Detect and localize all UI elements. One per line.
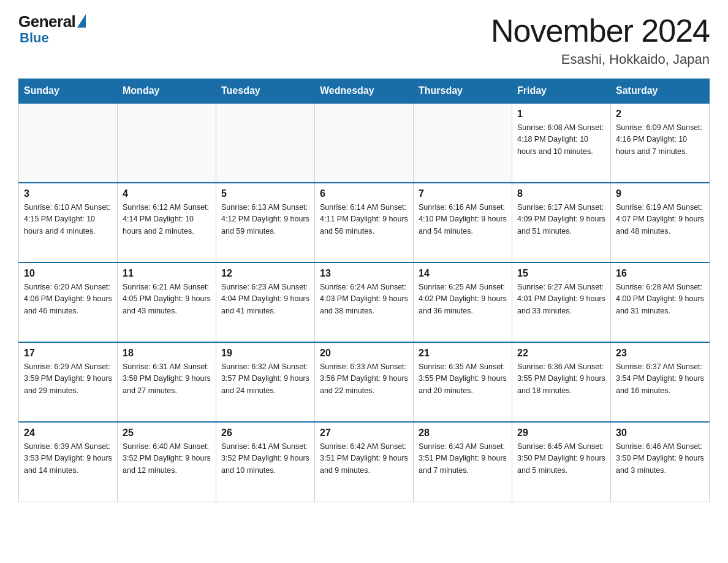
calendar-cell: 24Sunrise: 6:39 AM Sunset: 3:53 PM Dayli… <box>19 422 118 502</box>
calendar-cell: 17Sunrise: 6:29 AM Sunset: 3:59 PM Dayli… <box>19 342 118 422</box>
day-info: Sunrise: 6:12 AM Sunset: 4:14 PM Dayligh… <box>123 202 211 237</box>
day-number: 1 <box>517 109 605 120</box>
day-info: Sunrise: 6:27 AM Sunset: 4:01 PM Dayligh… <box>517 282 605 317</box>
calendar-cell: 26Sunrise: 6:41 AM Sunset: 3:52 PM Dayli… <box>216 422 315 502</box>
day-info: Sunrise: 6:45 AM Sunset: 3:50 PM Dayligh… <box>517 441 605 477</box>
calendar-cell: 21Sunrise: 6:35 AM Sunset: 3:55 PM Dayli… <box>414 342 512 422</box>
calendar-cell: 8Sunrise: 6:17 AM Sunset: 4:09 PM Daylig… <box>512 183 611 262</box>
day-info: Sunrise: 6:20 AM Sunset: 4:06 PM Dayligh… <box>24 282 112 317</box>
day-info: Sunrise: 6:13 AM Sunset: 4:12 PM Dayligh… <box>221 202 309 237</box>
day-number: 5 <box>221 188 309 199</box>
day-of-week-header: Wednesday <box>315 79 414 104</box>
calendar-cell: 6Sunrise: 6:14 AM Sunset: 4:11 PM Daylig… <box>315 183 414 262</box>
logo: General Blue <box>18 12 86 46</box>
calendar-cell: 23Sunrise: 6:37 AM Sunset: 3:54 PM Dayli… <box>611 342 710 422</box>
logo-blue-text: Blue <box>20 30 49 46</box>
calendar-cell <box>19 103 118 183</box>
calendar-cell <box>315 103 414 183</box>
calendar-cell: 14Sunrise: 6:25 AM Sunset: 4:02 PM Dayli… <box>414 262 512 342</box>
day-info: Sunrise: 6:36 AM Sunset: 3:55 PM Dayligh… <box>517 361 605 397</box>
day-info: Sunrise: 6:21 AM Sunset: 4:05 PM Dayligh… <box>123 282 211 317</box>
calendar-cell: 3Sunrise: 6:10 AM Sunset: 4:15 PM Daylig… <box>19 183 118 262</box>
day-info: Sunrise: 6:17 AM Sunset: 4:09 PM Dayligh… <box>517 202 605 237</box>
calendar-cell: 4Sunrise: 6:12 AM Sunset: 4:14 PM Daylig… <box>118 183 216 262</box>
day-of-week-header: Thursday <box>414 79 512 104</box>
calendar-cell: 15Sunrise: 6:27 AM Sunset: 4:01 PM Dayli… <box>512 262 611 342</box>
calendar-cell: 22Sunrise: 6:36 AM Sunset: 3:55 PM Dayli… <box>512 342 611 422</box>
day-of-week-header: Friday <box>512 79 611 104</box>
page-header: General Blue November 2024 Esashi, Hokka… <box>18 12 710 67</box>
day-number: 14 <box>419 268 507 279</box>
calendar-cell: 29Sunrise: 6:45 AM Sunset: 3:50 PM Dayli… <box>512 422 611 502</box>
day-info: Sunrise: 6:42 AM Sunset: 3:51 PM Dayligh… <box>320 441 408 477</box>
calendar-header-row: SundayMondayTuesdayWednesdayThursdayFrid… <box>19 79 710 104</box>
day-number: 26 <box>221 427 309 439</box>
day-number: 12 <box>221 268 309 279</box>
calendar-cell: 1Sunrise: 6:08 AM Sunset: 4:18 PM Daylig… <box>512 103 611 183</box>
day-info: Sunrise: 6:08 AM Sunset: 4:18 PM Dayligh… <box>517 122 605 158</box>
day-number: 27 <box>320 427 408 439</box>
calendar-cell: 16Sunrise: 6:28 AM Sunset: 4:00 PM Dayli… <box>611 262 710 342</box>
day-info: Sunrise: 6:35 AM Sunset: 3:55 PM Dayligh… <box>419 361 507 397</box>
day-info: Sunrise: 6:32 AM Sunset: 3:57 PM Dayligh… <box>221 361 309 397</box>
day-of-week-header: Tuesday <box>216 79 315 104</box>
day-number: 3 <box>24 188 112 199</box>
day-info: Sunrise: 6:19 AM Sunset: 4:07 PM Dayligh… <box>616 202 704 237</box>
day-of-week-header: Sunday <box>19 79 118 104</box>
day-of-week-header: Monday <box>118 79 216 104</box>
day-number: 4 <box>123 188 211 199</box>
day-number: 24 <box>24 427 112 439</box>
day-number: 11 <box>123 268 211 279</box>
day-number: 23 <box>616 348 704 359</box>
day-info: Sunrise: 6:31 AM Sunset: 3:58 PM Dayligh… <box>123 361 211 397</box>
day-info: Sunrise: 6:16 AM Sunset: 4:10 PM Dayligh… <box>419 202 507 237</box>
calendar-cell: 30Sunrise: 6:46 AM Sunset: 3:50 PM Dayli… <box>611 422 710 502</box>
day-number: 17 <box>24 348 112 359</box>
calendar-cell <box>216 103 315 183</box>
day-info: Sunrise: 6:41 AM Sunset: 3:52 PM Dayligh… <box>221 441 309 477</box>
calendar-cell: 18Sunrise: 6:31 AM Sunset: 3:58 PM Dayli… <box>118 342 216 422</box>
day-number: 21 <box>419 348 507 359</box>
calendar-cell <box>118 103 216 183</box>
day-number: 2 <box>616 109 704 120</box>
day-number: 28 <box>419 427 507 439</box>
day-info: Sunrise: 6:33 AM Sunset: 3:56 PM Dayligh… <box>320 361 408 397</box>
location-subtitle: Esashi, Hokkaido, Japan <box>491 52 710 67</box>
day-info: Sunrise: 6:25 AM Sunset: 4:02 PM Dayligh… <box>419 282 507 317</box>
calendar-cell: 13Sunrise: 6:24 AM Sunset: 4:03 PM Dayli… <box>315 262 414 342</box>
day-info: Sunrise: 6:23 AM Sunset: 4:04 PM Dayligh… <box>221 282 309 317</box>
day-number: 29 <box>517 427 605 439</box>
day-number: 30 <box>616 427 704 439</box>
day-number: 8 <box>517 188 605 199</box>
calendar-cell: 19Sunrise: 6:32 AM Sunset: 3:57 PM Dayli… <box>216 342 315 422</box>
calendar-week-row: 10Sunrise: 6:20 AM Sunset: 4:06 PM Dayli… <box>19 262 710 342</box>
day-number: 10 <box>24 268 112 279</box>
calendar-cell <box>414 103 512 183</box>
calendar-cell: 9Sunrise: 6:19 AM Sunset: 4:07 PM Daylig… <box>611 183 710 262</box>
day-info: Sunrise: 6:24 AM Sunset: 4:03 PM Dayligh… <box>320 282 408 317</box>
day-info: Sunrise: 6:40 AM Sunset: 3:52 PM Dayligh… <box>123 441 211 477</box>
calendar-cell: 27Sunrise: 6:42 AM Sunset: 3:51 PM Dayli… <box>315 422 414 502</box>
calendar-cell: 5Sunrise: 6:13 AM Sunset: 4:12 PM Daylig… <box>216 183 315 262</box>
day-number: 6 <box>320 188 408 199</box>
calendar-table: SundayMondayTuesdayWednesdayThursdayFrid… <box>18 79 710 502</box>
day-number: 15 <box>517 268 605 279</box>
day-info: Sunrise: 6:43 AM Sunset: 3:51 PM Dayligh… <box>419 441 507 477</box>
day-info: Sunrise: 6:29 AM Sunset: 3:59 PM Dayligh… <box>24 361 112 397</box>
day-info: Sunrise: 6:46 AM Sunset: 3:50 PM Dayligh… <box>616 441 704 477</box>
calendar-week-row: 3Sunrise: 6:10 AM Sunset: 4:15 PM Daylig… <box>19 183 710 262</box>
day-number: 22 <box>517 348 605 359</box>
day-info: Sunrise: 6:39 AM Sunset: 3:53 PM Dayligh… <box>24 441 112 477</box>
day-number: 16 <box>616 268 704 279</box>
day-number: 25 <box>123 427 211 439</box>
calendar-cell: 10Sunrise: 6:20 AM Sunset: 4:06 PM Dayli… <box>19 262 118 342</box>
day-number: 19 <box>221 348 309 359</box>
calendar-week-row: 17Sunrise: 6:29 AM Sunset: 3:59 PM Dayli… <box>19 342 710 422</box>
day-info: Sunrise: 6:28 AM Sunset: 4:00 PM Dayligh… <box>616 282 704 317</box>
calendar-cell: 20Sunrise: 6:33 AM Sunset: 3:56 PM Dayli… <box>315 342 414 422</box>
day-number: 7 <box>419 188 507 199</box>
logo-general-text: General <box>18 12 75 31</box>
day-info: Sunrise: 6:10 AM Sunset: 4:15 PM Dayligh… <box>24 202 112 237</box>
calendar-cell: 2Sunrise: 6:09 AM Sunset: 4:16 PM Daylig… <box>611 103 710 183</box>
title-section: November 2024 Esashi, Hokkaido, Japan <box>491 12 710 67</box>
